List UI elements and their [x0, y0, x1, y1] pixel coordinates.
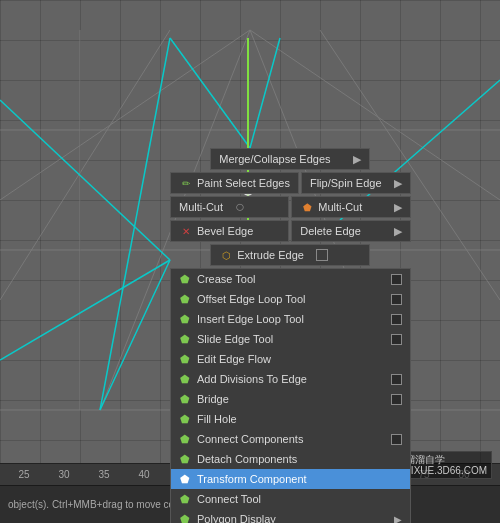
viewport: 25 30 35 40 45 50 55 60 65 70 75 80 obje… [0, 0, 500, 523]
flip-spin-edge[interactable]: Flip/Spin Edge ▶ [301, 172, 411, 194]
merge-collapse-edges[interactable]: Merge/Collapse Edges ▶ [210, 148, 370, 170]
crease-tool[interactable]: ⬟ Crease Tool [171, 269, 410, 289]
multi-cut[interactable]: Multi-Cut ○ [170, 196, 289, 218]
offset-edge-loop-tool[interactable]: ⬟ Offset Edge Loop Tool [171, 289, 410, 309]
transform-component[interactable]: ⬟ Transform Component [171, 469, 410, 489]
insert-edge-loop-tool[interactable]: ⬟ Insert Edge Loop Tool [171, 309, 410, 329]
polygon-display[interactable]: ⬟ Polygon Display ▶ [171, 509, 410, 523]
connect-comp-checkbox [391, 434, 402, 445]
edit-edge-flow[interactable]: ⬟ Edit Edge Flow [171, 349, 410, 369]
bridge-checkbox [391, 394, 402, 405]
watermark-url: ZIXUE.3D66.COM [405, 465, 487, 476]
add-div-checkbox [391, 374, 402, 385]
fill-hole[interactable]: ⬟ Fill Hole [171, 409, 410, 429]
paint-select-edges[interactable]: ✏ Paint Select Edges [170, 172, 299, 194]
arrow-icon-soften: ▶ [386, 225, 402, 238]
timeline-num-30: 30 [44, 469, 84, 480]
detach-comp-icon: ⬟ [177, 452, 193, 466]
watermark-site: 溜溜自学 [405, 454, 487, 465]
arrow-icon: ▶ [345, 153, 361, 166]
crease-checkbox [391, 274, 402, 285]
bevel-icon: ⬟ [300, 200, 314, 214]
connect-tool-icon: ⬟ [177, 492, 193, 506]
delete-edge[interactable]: ✕ Bevel Edge [170, 220, 289, 242]
extrude-icon: ⬡ [219, 248, 233, 262]
offset-checkbox [391, 294, 402, 305]
bridge-icon: ⬟ [177, 392, 193, 406]
offset-icon: ⬟ [177, 292, 193, 306]
bridge[interactable]: ⬟ Bridge [171, 389, 410, 409]
detach-components[interactable]: ⬟ Detach Components [171, 449, 410, 469]
timeline-num-25: 25 [4, 469, 44, 480]
connect-components[interactable]: ⬟ Connect Components [171, 429, 410, 449]
bevel-edge[interactable]: ⬟ Multi-Cut ▶ [291, 196, 410, 218]
add-divisions-to-edge[interactable]: ⬟ Add Divisions To Edge [171, 369, 410, 389]
slide-checkbox [391, 334, 402, 345]
dropdown-list: ⬟ Crease Tool ⬟ Offset Edge Loop Tool ⬟ … [170, 268, 411, 523]
extrude-box [316, 249, 328, 261]
multi-cut-circle: ○ [235, 198, 245, 216]
paint-icon: ✏ [179, 176, 193, 190]
crease-icon: ⬟ [177, 272, 193, 286]
poly-display-arrow: ▶ [394, 514, 402, 524]
arrow-icon-bevel: ▶ [386, 201, 402, 214]
insert-checkbox [391, 314, 402, 325]
connect-comp-icon: ⬟ [177, 432, 193, 446]
fill-hole-icon: ⬟ [177, 412, 193, 426]
slide-icon: ⬟ [177, 332, 193, 346]
timeline-num-35: 35 [84, 469, 124, 480]
insert-icon: ⬟ [177, 312, 193, 326]
extrude-edge[interactable]: ⬡ Extrude Edge [210, 244, 370, 266]
slide-edge-tool[interactable]: ⬟ Slide Edge Tool [171, 329, 410, 349]
connect-tool[interactable]: ⬟ Connect Tool [171, 489, 410, 509]
edit-edge-icon: ⬟ [177, 352, 193, 366]
add-div-icon: ⬟ [177, 372, 193, 386]
arrow-icon-flip: ▶ [386, 177, 402, 190]
poly-display-icon: ⬟ [177, 512, 193, 523]
delete-icon: ✕ [179, 224, 193, 238]
timeline-num-40: 40 [124, 469, 164, 480]
transform-comp-icon: ⬟ [177, 472, 193, 486]
context-menu: Merge/Collapse Edges ▶ ✏ Paint Select Ed… [170, 148, 411, 523]
soften-harden-edge[interactable]: Delete Edge ▶ [291, 220, 410, 242]
